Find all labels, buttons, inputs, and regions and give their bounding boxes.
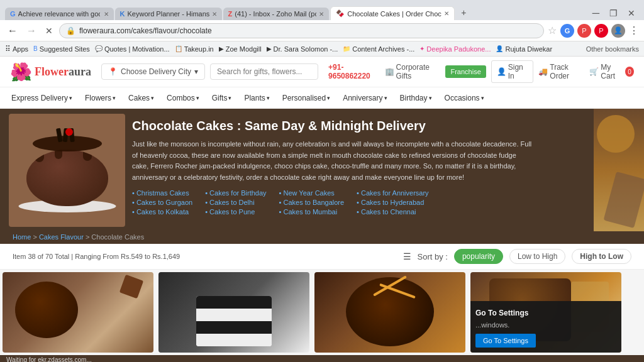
cakes-kolkata-link[interactable]: • Cakes to Kolkata [132, 208, 192, 216]
new-tab-btn[interactable]: + [456, 5, 471, 20]
nav-item-cakes[interactable]: Cakes ▾ [122, 90, 160, 106]
logo-text: Floweraura [35, 65, 91, 79]
minimize-btn[interactable]: ─ [589, 8, 603, 19]
breadcrumb-sep1: > [33, 233, 38, 241]
cakes-pune-link[interactable]: • Cakes to Pune [205, 208, 266, 216]
corp-gifts-icon: 🏢 [385, 67, 394, 76]
address-input[interactable] [79, 26, 537, 35]
hero-cake-image [9, 114, 125, 227]
nav-plants-label: Plants [244, 94, 265, 102]
sara-bookmark[interactable]: ▶ Dr. Sara Solomon -... [267, 45, 338, 53]
city-select[interactable]: 📍 Choose Delivery City ▾ [101, 63, 205, 80]
rujuta-bookmark[interactable]: 👤 Rujuta Diwekar [496, 45, 552, 53]
nav-item-combos[interactable]: Combos ▾ [160, 90, 206, 106]
bookmark-star-icon[interactable]: ☆ [548, 25, 557, 36]
hero-title: Chocolate Cakes : Same Day & Midnight De… [132, 118, 535, 134]
forward-btn[interactable]: → [24, 24, 39, 38]
hero-links-col4: • Cakes for Anniversary • Cakes to Hyder… [357, 189, 429, 216]
cart-icon: 🛒 [589, 67, 599, 76]
restore-btn[interactable]: ❐ [606, 8, 621, 18]
tab-4-active[interactable]: 🍫 Chocolate Cakes | Order Chocola... ✕ [330, 6, 455, 20]
tab1-close[interactable]: ✕ [104, 11, 109, 18]
cakes-mumbai-link[interactable]: • Cakes to Mumbai [279, 208, 345, 216]
cakes-delhi-link[interactable]: • Cakes to Delhi [205, 199, 266, 206]
nav-item-occasions[interactable]: Occasions ▾ [438, 90, 491, 106]
zoe-bookmark[interactable]: ▶ Zoe Modgill [219, 45, 262, 53]
product-card-4[interactable]: Go To Settings ...windows. Go To Setting… [470, 272, 621, 353]
sort-bar: Item 38 of 70 Total | Ranging From Rs.54… [0, 244, 644, 270]
cakes-birthday-link[interactable]: • Cakes for Birthday [205, 189, 266, 197]
tab-1[interactable]: G Achieve relevance with good str... ✕ [5, 8, 114, 20]
nav-item-flowers[interactable]: Flowers ▾ [79, 90, 122, 106]
reload-btn[interactable]: ✕ [43, 25, 55, 37]
breadcrumb-home[interactable]: Home [13, 233, 31, 241]
win-notification-title: Go To Settings [475, 309, 615, 317]
nav-birthday-arrow: ▾ [429, 95, 432, 101]
content-bookmark[interactable]: 📁 Content Archives -... [343, 45, 414, 53]
nav-cakes-arrow: ▾ [151, 95, 154, 101]
sort-high-low-btn[interactable]: High to Low [572, 249, 631, 264]
nav-item-express[interactable]: Express Delivery ▾ [5, 90, 79, 106]
tab4-close[interactable]: ✕ [444, 10, 449, 17]
nav-item-birthday[interactable]: Birthday ▾ [394, 90, 438, 106]
tab2-favicon: K [120, 10, 125, 18]
nav-item-plants[interactable]: Plants ▾ [238, 90, 275, 106]
browser-window: G Achieve relevance with good str... ✕ K… [0, 0, 644, 57]
phone-number: +91-9650862220 [328, 63, 380, 80]
cakes-hyderabad-link[interactable]: • Cakes to Hyderabad [357, 199, 429, 206]
close-btn[interactable]: ✕ [624, 8, 639, 18]
other-bookmarks[interactable]: Other bookmarks [586, 45, 639, 53]
takeup-bookmark[interactable]: 📋 Takeup.in [175, 45, 214, 53]
profile-icons: G P P 👤 [560, 24, 625, 38]
suggested-sites-bookmark[interactable]: B Suggested Sites [33, 45, 90, 53]
track-icon: 🚚 [538, 67, 548, 76]
nav-item-gifts[interactable]: Gifts ▾ [206, 90, 238, 106]
cakes-bangalore-link[interactable]: • Cakes to Bangalore [279, 199, 345, 206]
back-btn[interactable]: ← [5, 24, 20, 38]
cakes-chennai-link[interactable]: • Cakes to Chennai [357, 208, 429, 216]
nav-personalised-label: Personalised [282, 94, 326, 102]
new-year-cakes-link[interactable]: • New Year Cakes [279, 189, 345, 197]
breadcrumb-current: Chocolate Cakes [91, 233, 144, 241]
apps-bookmark[interactable]: ⠿ Apps [5, 45, 28, 53]
total-items-text: Item 38 of 70 Total | Ranging From Rs.54… [13, 253, 397, 260]
sort-popularity-btn[interactable]: popularity [454, 249, 503, 264]
cakes-anniversary-link[interactable]: • Cakes for Anniversary [357, 189, 429, 197]
deepika-bookmark[interactable]: ✦ Deepika Padukone... [419, 45, 491, 53]
corp-gifts-link[interactable]: 🏢 Corporate Gifts [385, 63, 441, 80]
sort-low-high-btn[interactable]: Low to High [509, 249, 565, 264]
tab2-close[interactable]: ✕ [212, 11, 217, 18]
track-order-btn[interactable]: 🚚 Track Order [538, 63, 584, 80]
product-card-3[interactable] [314, 272, 465, 353]
nav-item-personalised[interactable]: Personalised ▾ [276, 90, 336, 106]
tab3-close[interactable]: ✕ [319, 11, 324, 18]
product-card-1[interactable] [3, 272, 153, 353]
cakes-gurgaon-link[interactable]: • Cakes to Gurgaon [132, 199, 192, 206]
user-icon[interactable]: 👤 [611, 24, 625, 38]
logo-area[interactable]: 🌺 Floweraura [10, 62, 91, 82]
more-options-btn[interactable]: ⋮ [629, 25, 639, 36]
pinterest-icon[interactable]: P [594, 24, 608, 38]
franchise-btn[interactable]: Franchise [445, 65, 486, 78]
sort-label: Sort by : [418, 252, 448, 261]
tab-2[interactable]: K Keyword Planner - Himanshu Ba... ✕ [115, 8, 222, 20]
g-icon[interactable]: G [560, 24, 574, 38]
product-card-2[interactable] [158, 272, 309, 353]
sign-in-btn[interactable]: 👤 Sign In [491, 60, 534, 83]
cart-btn[interactable]: 🛒 My Cart 0 [589, 63, 634, 80]
tab1-favicon: G [10, 10, 16, 18]
quotes-bookmark[interactable]: 💬 Quotes | Motivation... [95, 45, 170, 53]
search-input[interactable] [210, 63, 318, 80]
profile-avatar[interactable]: P [577, 24, 591, 38]
win-notification-btn[interactable]: Go To Settings [475, 334, 536, 348]
nav-anniversary-arrow: ▾ [384, 95, 387, 101]
christmas-cakes-link[interactable]: • Christmas Cakes [132, 189, 192, 197]
tab2-title: Keyword Planner - Himanshu Ba... [128, 10, 209, 18]
address-input-wrapper[interactable]: 🔒 [59, 23, 544, 38]
breadcrumb-cakes-flavour[interactable]: Cakes Flavour [39, 233, 84, 241]
nav-express-label: Express Delivery [11, 94, 68, 102]
nav-item-anniversary[interactable]: Anniversary ▾ [336, 90, 393, 106]
breadcrumb-sep2: > [86, 233, 91, 241]
bookmarks-bar: ⠿ Apps B Suggested Sites 💬 Quotes | Moti… [0, 41, 644, 57]
tab-3[interactable]: Z (41) - Inbox - Zoho Mail (pooja... ✕ [223, 8, 330, 20]
